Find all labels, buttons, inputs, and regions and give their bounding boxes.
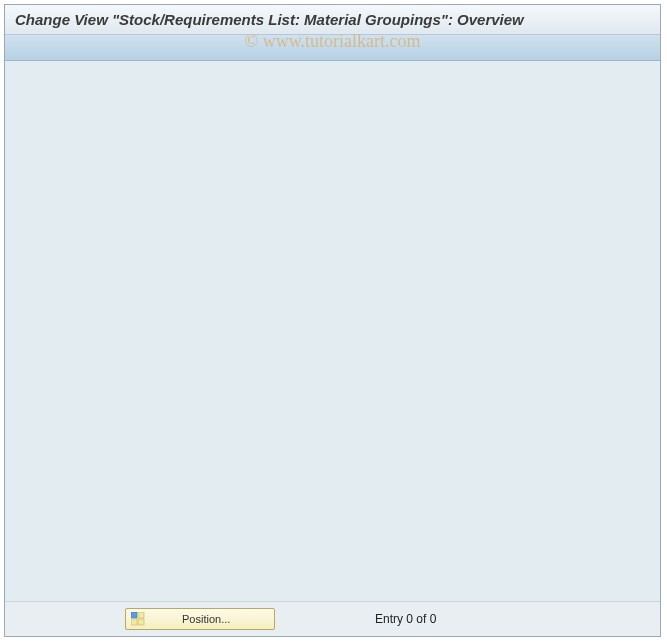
window-title-bar: Change View "Stock/Requirements List: Ma… [5,5,660,35]
table-position-icon [128,609,148,629]
entry-status: Entry 0 of 0 [375,612,436,626]
position-button[interactable]: Position... [125,608,275,630]
toolbar [5,35,660,61]
position-button-label: Position... [152,613,274,625]
svg-rect-1 [138,612,144,618]
svg-rect-2 [131,619,137,625]
app-window: Change View "Stock/Requirements List: Ma… [4,4,661,637]
svg-rect-3 [138,619,144,625]
svg-rect-0 [131,612,137,618]
content-area [5,61,660,602]
footer-bar: Position... Entry 0 of 0 [5,602,660,636]
window-title: Change View "Stock/Requirements List: Ma… [15,11,524,28]
